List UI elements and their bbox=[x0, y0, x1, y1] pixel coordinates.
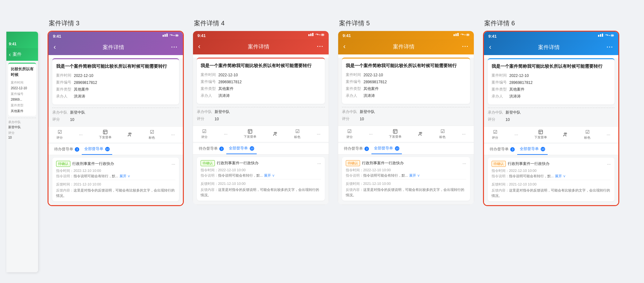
case-field-col5: 承办人 洪涛涛 bbox=[346, 93, 466, 98]
action-dispatch-col4[interactable]: 下发督单 bbox=[244, 129, 256, 139]
case-field-col3: 承办人 洪涛涛 bbox=[56, 94, 175, 99]
action-score-col3[interactable]: ☑ 评分 bbox=[56, 129, 63, 140]
action-more1-col4[interactable]: ··· bbox=[224, 131, 228, 136]
directive-more-col3[interactable]: ··· bbox=[171, 161, 175, 167]
action-color-col5[interactable]: ☑ 标色 bbox=[439, 129, 446, 139]
feedback-time-label: 反馈时间： bbox=[492, 182, 509, 186]
tab-item-col5[interactable]: 全部督导单 10 bbox=[371, 143, 402, 154]
directive-more-col6[interactable]: ··· bbox=[607, 161, 611, 167]
action-score-col6[interactable]: ☑ 评分 bbox=[492, 129, 498, 140]
color-icon: ☑ bbox=[295, 129, 299, 134]
phone-content-col5: 我是一个案件简称我可能比较长所以有时候可能需要转行 案件时间 2022-12-1… bbox=[338, 58, 474, 204]
svg-point-43 bbox=[565, 133, 567, 134]
action-score-col4[interactable]: ☑ 评分 bbox=[201, 129, 208, 139]
tab-badge: 10 bbox=[105, 147, 110, 151]
more-button-col3[interactable]: ··· bbox=[171, 44, 178, 51]
feedback-content-row-col4: 反馈内容：这里是对指令的反馈说明，可能会有比较多的文字，会出现转行的情况。 bbox=[201, 187, 321, 198]
score-label: 评分 bbox=[346, 135, 353, 139]
action-dispatch-col5[interactable]: 下发督单 bbox=[389, 129, 402, 139]
field-label: 承办人 bbox=[201, 93, 218, 98]
score-label: 评分 bbox=[56, 135, 63, 140]
field-label: 案件编号 bbox=[492, 80, 509, 85]
field-label: 案件编号 bbox=[346, 79, 364, 85]
tab-item-col3[interactable]: 待办督导单 3 bbox=[52, 144, 82, 154]
action-more1-col6[interactable]: ··· bbox=[514, 132, 518, 137]
tab-item-col6[interactable]: 待办督导单 3 bbox=[487, 144, 517, 154]
tab-item-col3[interactable]: 全部督导单 10 bbox=[82, 144, 112, 155]
below-field-col5: 承办中队 新登中队 bbox=[342, 109, 470, 115]
svg-rect-27 bbox=[467, 35, 469, 35]
svg-rect-23 bbox=[455, 34, 457, 36]
phone-wrapper-col5: 9:41 ‹ 案件详情 bbox=[338, 31, 474, 205]
action-more2-col3[interactable]: ··· bbox=[171, 132, 175, 137]
action-more2-col4[interactable]: ··· bbox=[317, 131, 321, 136]
directive-desc-row-col3: 指令说明： 指令说明可能会有转行，默... 展开 ∨ bbox=[56, 174, 175, 179]
action-color-col4[interactable]: ☑ 标色 bbox=[294, 129, 300, 139]
svg-rect-11 bbox=[308, 34, 310, 36]
color-label: 标色 bbox=[149, 135, 155, 140]
below-label: 评分 bbox=[342, 116, 360, 122]
action-dispatch-col3[interactable]: 下发督单 bbox=[99, 129, 112, 140]
dashed-divider-col6 bbox=[488, 108, 615, 108]
back-button-col6[interactable]: ‹ bbox=[489, 43, 491, 51]
action-more1-col3[interactable]: ··· bbox=[79, 132, 83, 137]
case-field-col3: 案件类型 其他案件 bbox=[56, 87, 175, 92]
feedback-content-row-col6: 反馈内容：这里是对指令的反馈说明，可能会有比较多的文字，会出现转行的情况。 bbox=[492, 188, 611, 198]
feedback-section-col4: 反馈时间：2021-12-10 10:00 反馈内容：这里是对指令的反馈说明，可… bbox=[201, 179, 321, 198]
action-color-col6[interactable]: ☑ 标色 bbox=[584, 129, 590, 140]
directive-more-col4[interactable]: ··· bbox=[317, 161, 321, 166]
action-score-col5[interactable]: ☑ 评分 bbox=[346, 129, 353, 139]
directive-title-row: 待确认 行政刑事案件一行政快办 bbox=[492, 161, 550, 167]
action-more2-col6[interactable]: ··· bbox=[607, 132, 610, 137]
directive-desc-label: 指令说明： bbox=[56, 174, 74, 179]
directive-desc-row-col4: 指令说明： 指令说明可能会有转行，默... 展开 ∨ bbox=[201, 173, 321, 178]
phone-content-col6: 我是一个案件简称我可能比较长所以有时候可能需要转行 案件时间 2022-12-1… bbox=[484, 58, 618, 205]
more-button-col5[interactable]: ··· bbox=[462, 43, 469, 50]
directive-title-text-col4: 行政刑事案件一行政快办 bbox=[217, 160, 259, 166]
expand-button-col3[interactable]: 展开 ∨ bbox=[119, 174, 130, 179]
case-field-col4: 案件编号 28969817812 bbox=[201, 79, 321, 85]
case-column-title-col4: 案件详情 4 bbox=[193, 19, 329, 28]
below-field-col3: 评分 10 bbox=[52, 117, 179, 122]
back-button-col4[interactable]: ‹ bbox=[198, 42, 200, 51]
columns-container: 案件详情 3 9:41 bbox=[48, 19, 619, 272]
directive-title-text-col3: 行政刑事案件一行政快办 bbox=[72, 161, 114, 167]
more-button-col4[interactable]: ··· bbox=[317, 43, 324, 50]
action-dispatch-col6[interactable]: 下发督单 bbox=[534, 129, 547, 140]
expand-button-col4[interactable]: 展开 ∨ bbox=[264, 173, 275, 178]
feedback-time-value: 2021-12-10 10:00 bbox=[363, 182, 391, 186]
action-more2-col5[interactable]: ··· bbox=[462, 131, 466, 136]
action-color-col3[interactable]: ☑ 标色 bbox=[149, 129, 155, 140]
svg-rect-5 bbox=[176, 35, 178, 36]
score-icon: ☑ bbox=[493, 129, 497, 135]
directive-time-value: 2022-12-10 10:00 bbox=[218, 168, 246, 172]
directive-time-row-col4: 指令时间：2022-12-10 10:00 bbox=[201, 168, 321, 173]
directive-badge-col4: 待确认 bbox=[201, 160, 215, 166]
case-column-title-col6: 案件详情 6 bbox=[483, 19, 619, 28]
field-label: 承办人 bbox=[346, 93, 364, 98]
score-label: 评分 bbox=[201, 135, 208, 139]
tab-item-col5[interactable]: 待办督导单 3 bbox=[341, 143, 371, 154]
more-button-col6[interactable]: ··· bbox=[607, 44, 613, 51]
directive-more-col5[interactable]: ··· bbox=[462, 161, 466, 166]
directive-item-col3: 待确认 行政刑事案件一行政快办 ··· 指令时间：2022-12-10 10:0… bbox=[52, 158, 179, 201]
tab-item-col4[interactable]: 全部督导单 10 bbox=[226, 143, 256, 154]
feedback-time-value: 2021-12-10 10:00 bbox=[218, 182, 246, 186]
directive-header-col4: 待确认 行政刑事案件一行政快办 ··· bbox=[201, 160, 321, 166]
directive-desc-row-col5: 指令说明： 指令说明可能会有转行，默... 展开 ∨ bbox=[346, 173, 466, 178]
phone-header-col6: ‹ 案件详情 ··· bbox=[484, 40, 618, 55]
below-field-col6: 评分 10 bbox=[488, 117, 615, 122]
action-bar-col6: ☑ 评分 ··· 下发督单 ☑ 标色 ··· bbox=[484, 126, 618, 142]
back-button-col5[interactable]: ‹ bbox=[343, 42, 345, 51]
directive-desc-row-col6: 指令说明： 指令说明可能会有转行，默... 展开 ∨ bbox=[492, 174, 611, 179]
tab-item-col6[interactable]: 全部督导单 10 bbox=[517, 144, 547, 155]
back-button-col3[interactable]: ‹ bbox=[54, 43, 56, 51]
expand-button-col6[interactable]: 展开 ∨ bbox=[555, 174, 566, 179]
tab-badge: 3 bbox=[364, 147, 369, 151]
expand-button-col5[interactable]: 展开 ∨ bbox=[409, 173, 420, 178]
svg-rect-12 bbox=[310, 34, 312, 36]
directive-header-col3: 待确认 行政刑事案件一行政快办 ··· bbox=[56, 161, 175, 167]
action-more1-col5[interactable]: ··· bbox=[369, 131, 373, 136]
tab-item-col4[interactable]: 待办督导单 3 bbox=[196, 143, 226, 154]
header-title-col6: 案件详情 bbox=[538, 44, 560, 51]
